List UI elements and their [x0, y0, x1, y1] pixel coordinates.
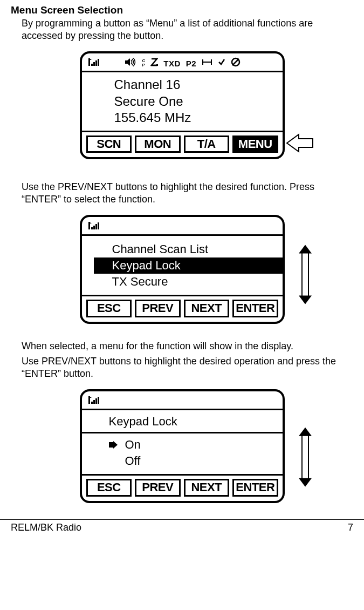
width-icon — [202, 58, 212, 68]
intro-paragraph-4: Use PREV/NEXT buttons to highlight the d… — [22, 355, 353, 379]
softkey-prev[interactable]: PREV — [135, 300, 181, 317]
slashed-circle-icon — [231, 57, 241, 69]
updown-arrow-icon — [299, 245, 312, 306]
svg-rect-18 — [93, 226, 95, 229]
radio-screen-menu-list: Channel Scan List Keypad Lock TX Secure … — [80, 215, 285, 323]
option-on-label: On — [125, 437, 141, 453]
speaker-icon — [125, 58, 137, 69]
svg-rect-19 — [95, 224, 97, 229]
svg-marker-34 — [299, 428, 312, 436]
menu-item-tx-secure[interactable]: TX Secure — [109, 274, 270, 290]
svg-rect-30 — [98, 397, 99, 404]
svg-rect-28 — [93, 400, 95, 404]
svg-marker-24 — [299, 295, 312, 304]
option-off-label: Off — [125, 453, 141, 469]
radio-screen-main: C P TXD P2 — [80, 51, 285, 159]
submenu-title: Keypad Lock — [82, 410, 283, 433]
channel-line: Channel 16 — [114, 77, 270, 93]
intro-paragraph-1: By programming a button as “Menu” a list… — [22, 17, 353, 42]
intro-paragraph-2: Use the PREV/NEXT buttons to highlight t… — [22, 181, 353, 205]
softkey-esc[interactable]: ESC — [86, 479, 132, 496]
signal-icon — [88, 222, 101, 232]
z-icon — [150, 58, 158, 69]
frequency-line: 155.645 MHz — [114, 110, 270, 126]
option-off[interactable]: Off — [109, 453, 270, 469]
svg-rect-2 — [91, 64, 93, 66]
svg-marker-14 — [287, 134, 313, 152]
svg-marker-31 — [109, 441, 118, 449]
cp-indicator: C P — [142, 59, 146, 67]
selection-arrow-icon — [109, 437, 119, 453]
footer-left: RELM/BK Radio — [11, 522, 81, 533]
svg-marker-26 — [89, 396, 92, 398]
pointer-arrow-icon — [286, 132, 315, 156]
intro-paragraph-3: When selected, a menu for the function w… — [22, 340, 353, 353]
softkey-next[interactable]: NEXT — [184, 300, 230, 317]
softkey-next[interactable]: NEXT — [184, 479, 230, 496]
check-icon — [218, 58, 225, 68]
softkey-esc[interactable]: ESC — [86, 300, 132, 317]
softkey-menu[interactable]: MENU — [232, 135, 278, 153]
svg-rect-27 — [91, 402, 93, 404]
svg-marker-6 — [125, 58, 130, 66]
secure-line: Secure One — [114, 93, 270, 110]
option-on[interactable]: On — [109, 437, 270, 453]
svg-marker-16 — [89, 222, 92, 223]
softkey-enter[interactable]: ENTER — [232, 300, 278, 317]
softkey-enter[interactable]: ENTER — [232, 479, 278, 496]
signal-icon — [88, 58, 101, 68]
svg-rect-20 — [98, 222, 99, 229]
page-number: 7 — [348, 522, 353, 533]
txd-indicator: TXD — [163, 59, 181, 68]
softkey-scn[interactable]: SCN — [86, 135, 132, 153]
svg-rect-4 — [95, 60, 97, 66]
section-heading: Menu Screen Selection — [11, 4, 353, 16]
p2-indicator: P2 — [186, 59, 196, 68]
softkey-prev[interactable]: PREV — [135, 479, 181, 496]
menu-item-keypad-lock[interactable]: Keypad Lock — [94, 257, 283, 274]
svg-marker-35 — [299, 478, 312, 487]
svg-rect-29 — [95, 398, 97, 404]
svg-rect-3 — [93, 62, 95, 66]
svg-rect-8 — [156, 64, 158, 66]
updown-arrow-icon — [299, 428, 312, 489]
svg-marker-23 — [299, 245, 312, 253]
signal-icon — [88, 396, 101, 406]
svg-rect-5 — [98, 59, 99, 66]
softkey-ta[interactable]: T/A — [184, 135, 230, 153]
svg-rect-17 — [91, 227, 93, 229]
softkey-mon[interactable]: MON — [135, 135, 181, 153]
radio-screen-keypad-lock: Keypad Lock On Off ESC PREV NEXT ENTER — [80, 389, 285, 503]
menu-item-scan-list[interactable]: Channel Scan List — [109, 241, 270, 257]
